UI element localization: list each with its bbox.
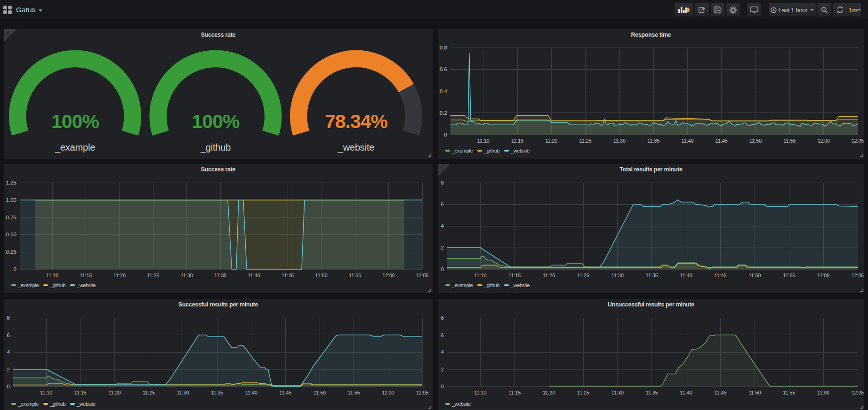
svg-text:11:15: 11:15 bbox=[508, 390, 521, 395]
svg-text:11:50: 11:50 bbox=[749, 138, 762, 144]
svg-text:11:50: 11:50 bbox=[313, 390, 326, 395]
svg-text:12:00: 12:00 bbox=[383, 273, 395, 278]
svg-text:8: 8 bbox=[7, 315, 10, 321]
svg-text:12:05: 12:05 bbox=[852, 390, 864, 395]
svg-text:6: 6 bbox=[441, 201, 444, 207]
svg-text:11:40: 11:40 bbox=[680, 273, 692, 278]
svg-text:11:30: 11:30 bbox=[613, 138, 626, 144]
svg-text:11:30: 11:30 bbox=[611, 273, 624, 278]
svg-text:11:45: 11:45 bbox=[715, 390, 727, 395]
svg-text:12:00: 12:00 bbox=[818, 138, 830, 144]
svg-text:11:45: 11:45 bbox=[280, 390, 292, 395]
svg-text:11:55: 11:55 bbox=[783, 138, 796, 144]
svg-text:11:35: 11:35 bbox=[214, 273, 226, 278]
svg-text:11:10: 11:10 bbox=[46, 273, 58, 278]
svg-text:11:55: 11:55 bbox=[783, 390, 795, 395]
svg-text:0.75: 0.75 bbox=[6, 215, 16, 220]
svg-text:11:25: 11:25 bbox=[577, 273, 589, 278]
svg-text:11:35: 11:35 bbox=[646, 273, 658, 278]
svg-text:4: 4 bbox=[7, 349, 10, 355]
svg-text:2: 2 bbox=[441, 367, 444, 372]
svg-text:11:20: 11:20 bbox=[108, 390, 121, 395]
svg-text:11:50: 11:50 bbox=[748, 390, 761, 395]
svg-text:6: 6 bbox=[441, 332, 444, 338]
svg-text:11:40: 11:40 bbox=[682, 138, 694, 144]
svg-text:11:20: 11:20 bbox=[543, 273, 555, 278]
svg-text:0.25: 0.25 bbox=[6, 249, 16, 255]
svg-text:0.50: 0.50 bbox=[6, 232, 16, 237]
svg-text:11:20: 11:20 bbox=[543, 390, 555, 395]
svg-text:0: 0 bbox=[14, 266, 16, 272]
svg-text:0: 0 bbox=[441, 384, 444, 389]
svg-text:12:05: 12:05 bbox=[852, 138, 864, 144]
svg-text:12:05: 12:05 bbox=[416, 390, 428, 395]
svg-text:11:35: 11:35 bbox=[646, 390, 658, 395]
svg-text:11:15: 11:15 bbox=[508, 273, 521, 278]
svg-text:11:45: 11:45 bbox=[281, 273, 294, 278]
svg-text:8: 8 bbox=[441, 315, 444, 321]
svg-text:11:30: 11:30 bbox=[181, 273, 193, 278]
svg-text:11:50: 11:50 bbox=[748, 273, 761, 278]
svg-text:4: 4 bbox=[441, 223, 444, 229]
svg-text:12:00: 12:00 bbox=[817, 390, 829, 395]
svg-text:0.4: 0.4 bbox=[440, 88, 448, 94]
svg-text:12:05: 12:05 bbox=[852, 273, 864, 278]
svg-text:11:55: 11:55 bbox=[349, 273, 361, 278]
svg-text:11:35: 11:35 bbox=[211, 390, 223, 395]
svg-text:11:55: 11:55 bbox=[348, 390, 360, 395]
svg-text:11:45: 11:45 bbox=[715, 273, 727, 278]
svg-text:11:10: 11:10 bbox=[40, 390, 52, 395]
svg-text:11:15: 11:15 bbox=[511, 138, 523, 144]
svg-text:1.25: 1.25 bbox=[6, 180, 16, 185]
svg-text:11:35: 11:35 bbox=[647, 138, 659, 144]
svg-text:11:20: 11:20 bbox=[545, 138, 557, 144]
svg-text:11:25: 11:25 bbox=[143, 390, 155, 395]
svg-text:6: 6 bbox=[7, 332, 10, 338]
svg-text:4: 4 bbox=[441, 349, 444, 355]
svg-text:11:25: 11:25 bbox=[147, 273, 159, 278]
svg-text:12:00: 12:00 bbox=[817, 273, 829, 278]
svg-text:11:15: 11:15 bbox=[80, 273, 92, 278]
svg-text:11:40: 11:40 bbox=[245, 390, 257, 395]
svg-text:11:25: 11:25 bbox=[577, 390, 589, 395]
svg-text:2: 2 bbox=[7, 367, 10, 372]
svg-text:1.00: 1.00 bbox=[6, 197, 16, 203]
svg-text:11:10: 11:10 bbox=[474, 390, 486, 395]
svg-text:8: 8 bbox=[441, 180, 444, 185]
svg-text:11:30: 11:30 bbox=[611, 390, 624, 395]
svg-text:0: 0 bbox=[441, 266, 444, 272]
svg-text:11:40: 11:40 bbox=[680, 390, 692, 395]
svg-text:11:10: 11:10 bbox=[477, 138, 490, 144]
svg-text:11:40: 11:40 bbox=[248, 273, 260, 278]
svg-text:11:55: 11:55 bbox=[783, 273, 795, 278]
svg-text:11:50: 11:50 bbox=[315, 273, 328, 278]
svg-text:0.6: 0.6 bbox=[440, 66, 447, 72]
svg-text:11:30: 11:30 bbox=[177, 390, 189, 395]
svg-text:12:05: 12:05 bbox=[416, 273, 428, 278]
svg-text:0: 0 bbox=[444, 132, 447, 137]
svg-text:2: 2 bbox=[441, 245, 444, 250]
svg-text:11:20: 11:20 bbox=[113, 273, 126, 278]
svg-text:11:10: 11:10 bbox=[474, 273, 486, 278]
svg-text:0.8: 0.8 bbox=[440, 45, 447, 50]
svg-text:11:25: 11:25 bbox=[579, 138, 592, 144]
svg-text:11:45: 11:45 bbox=[715, 138, 728, 144]
svg-text:12:00: 12:00 bbox=[382, 390, 394, 395]
svg-text:11:15: 11:15 bbox=[74, 390, 87, 395]
svg-text:0.2: 0.2 bbox=[440, 110, 447, 116]
svg-text:0: 0 bbox=[7, 384, 10, 389]
